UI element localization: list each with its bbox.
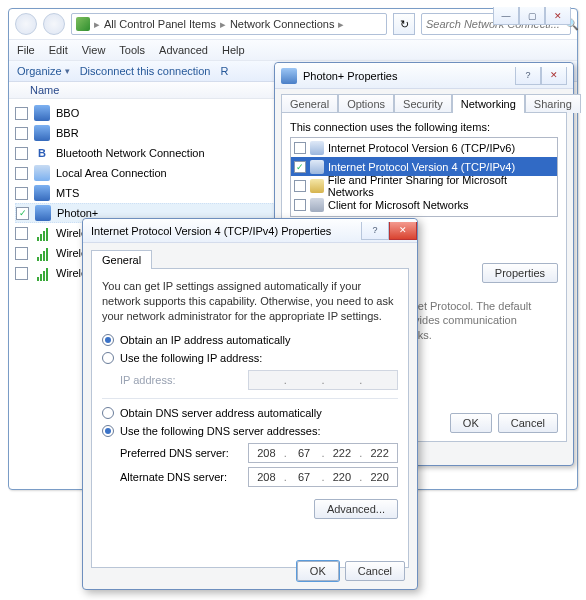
menu-edit[interactable]: Edit xyxy=(49,44,68,56)
disconnect-button[interactable]: Disconnect this connection xyxy=(80,65,211,77)
item-label: File and Printer Sharing for Microsoft N… xyxy=(328,174,554,198)
ipv4-tabs: General xyxy=(91,249,409,268)
breadcrumb[interactable]: ▸ All Control Panel Items ▸ Network Conn… xyxy=(71,13,387,35)
radio-label: Use the following IP address: xyxy=(120,352,262,364)
checkbox[interactable] xyxy=(15,167,28,180)
menu-view[interactable]: View xyxy=(82,44,106,56)
preferred-dns-row: Preferred DNS server: 208. 67. 222. 222 xyxy=(102,443,398,463)
checkbox[interactable] xyxy=(294,180,306,192)
breadcrumb-item[interactable]: All Control Panel Items xyxy=(104,18,216,30)
item-label: Client for Microsoft Networks xyxy=(328,199,469,211)
close-button[interactable]: ✕ xyxy=(389,222,417,240)
checkbox[interactable] xyxy=(15,187,28,200)
help-button[interactable]: ? xyxy=(361,222,389,240)
radio-ip-manual[interactable]: Use the following IP address: xyxy=(102,352,398,364)
cancel-button[interactable]: Cancel xyxy=(498,413,558,433)
checkbox[interactable] xyxy=(15,147,28,160)
ipv4-description: You can get IP settings assigned automat… xyxy=(102,279,398,324)
list-item[interactable]: Client for Microsoft Networks xyxy=(291,195,557,214)
modem-icon xyxy=(35,205,51,221)
lan-icon xyxy=(34,165,50,181)
alternate-dns-row: Alternate DNS server: 208. 67. 220. 220 xyxy=(102,467,398,487)
maximize-button[interactable]: ▢ xyxy=(519,7,545,25)
checkbox[interactable] xyxy=(15,127,28,140)
close-button[interactable]: ✕ xyxy=(541,67,567,85)
tab-options[interactable]: Options xyxy=(338,94,394,113)
item-label: Internet Protocol Version 6 (TCP/IPv6) xyxy=(328,142,515,154)
wireless-icon xyxy=(34,245,50,261)
cancel-button[interactable]: Cancel xyxy=(345,561,405,581)
chevron-right-icon: ▸ xyxy=(94,18,100,31)
control-panel-icon xyxy=(76,17,90,31)
connection-name: Local Area Connection xyxy=(56,167,167,179)
minimize-button[interactable]: — xyxy=(493,7,519,25)
radio-dns-manual[interactable]: Use the following DNS server addresses: xyxy=(102,425,398,437)
ip-address-input: ... xyxy=(248,370,398,390)
rename-button[interactable]: R xyxy=(221,65,229,77)
connection-name: MTS xyxy=(56,187,79,199)
checkbox[interactable] xyxy=(15,267,28,280)
checkbox-checked[interactable]: ✓ xyxy=(294,161,306,173)
forward-button[interactable] xyxy=(43,13,65,35)
advanced-button[interactable]: Advanced... xyxy=(314,499,398,519)
menu-tools[interactable]: Tools xyxy=(119,44,145,56)
radio-label: Obtain DNS server address automatically xyxy=(120,407,322,419)
protocol-items-list: Internet Protocol Version 6 (TCP/IPv6) ✓… xyxy=(290,137,558,217)
refresh-button[interactable]: ↻ xyxy=(393,13,415,35)
modem-icon xyxy=(34,125,50,141)
list-item[interactable]: Internet Protocol Version 6 (TCP/IPv6) xyxy=(291,138,557,157)
properties-title: Photon+ Properties xyxy=(303,70,397,82)
radio-on-icon xyxy=(102,334,114,346)
alternate-dns-input[interactable]: 208. 67. 220. 220 xyxy=(248,467,398,487)
address-bar: ▸ All Control Panel Items ▸ Network Conn… xyxy=(9,9,577,39)
explorer-titlebar-controls: — ▢ ✕ xyxy=(493,7,571,25)
checkbox[interactable] xyxy=(294,199,306,211)
radio-label: Obtain an IP address automatically xyxy=(120,334,290,346)
back-button[interactable] xyxy=(15,13,37,35)
description-text: rnet Protocol. The default ovides commun… xyxy=(408,299,558,342)
radio-off-icon xyxy=(102,407,114,419)
tab-networking[interactable]: Networking xyxy=(452,94,525,113)
wireless-icon xyxy=(34,265,50,281)
tab-sharing[interactable]: Sharing xyxy=(525,94,581,113)
chevron-down-icon: ▾ xyxy=(65,66,70,76)
bluetooth-icon: B xyxy=(34,145,50,161)
organize-dropdown[interactable]: Organize ▾ xyxy=(17,65,70,77)
properties-button[interactable]: Properties xyxy=(482,263,558,283)
checkbox[interactable] xyxy=(15,247,28,260)
field-label: IP address: xyxy=(120,374,175,386)
checkbox[interactable] xyxy=(294,142,306,154)
modem-icon xyxy=(34,185,50,201)
radio-label: Use the following DNS server addresses: xyxy=(120,425,321,437)
preferred-dns-input[interactable]: 208. 67. 222. 222 xyxy=(248,443,398,463)
tab-general[interactable]: General xyxy=(281,94,338,113)
radio-ip-auto[interactable]: Obtain an IP address automatically xyxy=(102,334,398,346)
breadcrumb-item[interactable]: Network Connections xyxy=(230,18,335,30)
ok-button[interactable]: OK xyxy=(450,413,492,433)
help-button[interactable]: ? xyxy=(515,67,541,85)
menu-file[interactable]: File xyxy=(17,44,35,56)
list-item[interactable]: File and Printer Sharing for Microsoft N… xyxy=(291,176,557,195)
ok-button[interactable]: OK xyxy=(297,561,339,581)
share-icon xyxy=(310,179,324,193)
checkbox[interactable] xyxy=(15,227,28,240)
radio-on-icon xyxy=(102,425,114,437)
properties-titlebar: Photon+ Properties ? ✕ xyxy=(275,63,573,89)
checkbox[interactable] xyxy=(15,107,28,120)
radio-dns-auto[interactable]: Obtain DNS server address automatically xyxy=(102,407,398,419)
menu-advanced[interactable]: Advanced xyxy=(159,44,208,56)
connection-name: BBO xyxy=(56,107,79,119)
ip-address-row: IP address: ... xyxy=(102,370,398,390)
tab-security[interactable]: Security xyxy=(394,94,452,113)
checkbox-checked[interactable]: ✓ xyxy=(16,207,29,220)
modem-icon xyxy=(34,105,50,121)
uses-label: This connection uses the following items… xyxy=(290,121,558,133)
connection-name: BBR xyxy=(56,127,79,139)
close-button[interactable]: ✕ xyxy=(545,7,571,25)
protocol-icon xyxy=(310,160,324,174)
tab-general[interactable]: General xyxy=(91,250,152,269)
ipv4-titlebar: Internet Protocol Version 4 (TCP/IPv4) P… xyxy=(83,219,417,243)
refresh-icon: ↻ xyxy=(400,18,409,31)
menu-help[interactable]: Help xyxy=(222,44,245,56)
divider xyxy=(102,398,398,399)
